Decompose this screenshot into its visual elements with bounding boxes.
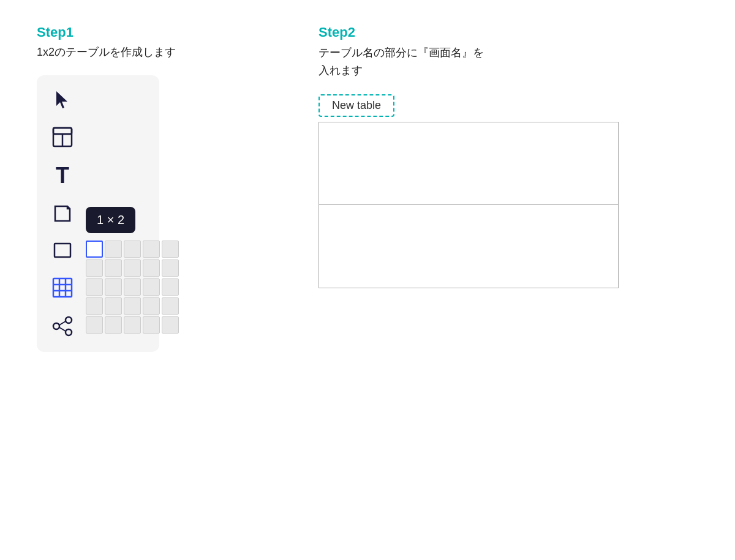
grid-cell-4-3[interactable] [143, 316, 160, 334]
rectangle-tool[interactable] [49, 241, 76, 260]
svg-rect-4 [55, 244, 70, 257]
step1-description: 1x2のテーブルを作成します [37, 44, 270, 61]
grid-cell-0-1[interactable] [105, 241, 122, 258]
svg-point-10 [53, 323, 59, 329]
cursor-tool[interactable] [49, 90, 76, 110]
text-tool-label: T [56, 165, 69, 187]
grid-cell-1-4[interactable] [162, 259, 179, 277]
note-tool[interactable] [49, 204, 76, 223]
table-preview [318, 122, 619, 288]
step1-label: Step1 [37, 24, 270, 40]
connection-tool[interactable] [49, 315, 76, 337]
grid-cell-1-3[interactable] [143, 259, 160, 277]
grid-picker[interactable] [86, 241, 179, 334]
grid-cell-0-2[interactable] [124, 241, 141, 258]
table-row-1 [319, 122, 618, 205]
grid-cell-2-4[interactable] [162, 278, 179, 296]
svg-point-11 [66, 317, 72, 323]
step2-desc-line2: 入れます [318, 64, 363, 77]
grid-cell-1-2[interactable] [124, 259, 141, 277]
grid-cell-3-3[interactable] [143, 297, 160, 315]
svg-line-13 [59, 321, 66, 325]
grid-cell-2-1[interactable] [105, 278, 122, 296]
grid-cell-2-0[interactable] [86, 278, 103, 296]
grid-cell-1-0[interactable] [86, 259, 103, 277]
grid-selector-container: 1 × 2 [86, 207, 179, 334]
grid-cell-3-0[interactable] [86, 297, 103, 315]
text-tool[interactable]: T [49, 165, 76, 187]
new-table-label[interactable]: New table [318, 94, 394, 117]
grid-cell-1-1[interactable] [105, 259, 122, 277]
step1-area: Step1 1x2のテーブルを作成します T [37, 24, 270, 352]
table-layout-tool[interactable] [49, 127, 76, 147]
step2-description: テーブル名の部分に『画面名』を 入れます [318, 44, 698, 80]
grid-cell-3-4[interactable] [162, 297, 179, 315]
grid-cell-4-2[interactable] [124, 316, 141, 334]
svg-rect-5 [53, 278, 72, 297]
main-container: Step1 1x2のテーブルを作成します T [37, 24, 698, 352]
table-container: New table [318, 94, 698, 288]
step2-desc-line1: テーブル名の部分に『画面名』を [318, 47, 484, 59]
svg-point-12 [66, 329, 72, 335]
step2-area: Step2 テーブル名の部分に『画面名』を 入れます New table [318, 24, 698, 288]
grid-cell-2-3[interactable] [143, 278, 160, 296]
grid-cell-3-1[interactable] [105, 297, 122, 315]
grid-cell-0-3[interactable] [143, 241, 160, 258]
toolbar-panel: T [37, 75, 159, 352]
svg-rect-1 [53, 128, 72, 134]
grid-table-tool[interactable] [49, 277, 76, 298]
grid-cell-4-0[interactable] [86, 316, 103, 334]
grid-cell-4-4[interactable] [162, 316, 179, 334]
grid-cell-4-1[interactable] [105, 316, 122, 334]
step2-label: Step2 [318, 24, 698, 40]
table-row-2 [319, 205, 618, 288]
grid-cell-0-0[interactable] [86, 241, 103, 258]
svg-line-14 [59, 327, 66, 331]
grid-tooltip-label: 1 × 2 [86, 207, 135, 233]
grid-cell-3-2[interactable] [124, 297, 141, 315]
grid-cell-0-4[interactable] [162, 241, 179, 258]
grid-cell-2-2[interactable] [124, 278, 141, 296]
